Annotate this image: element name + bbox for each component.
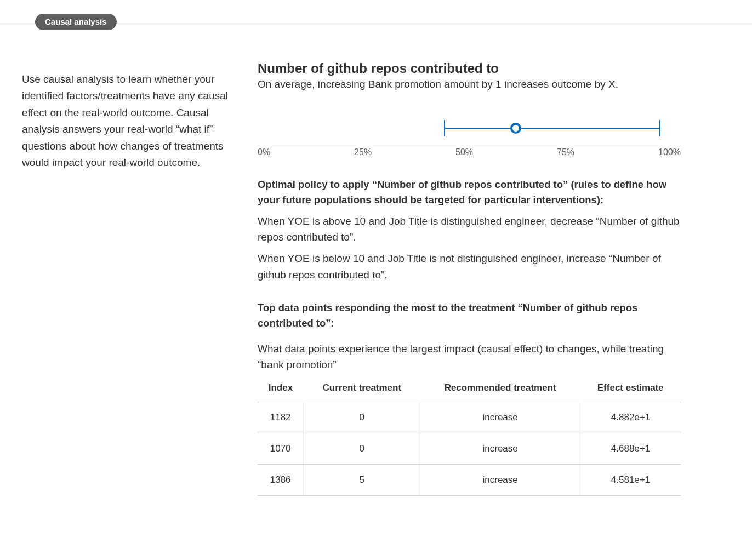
axis-tick: 75% xyxy=(557,147,574,157)
table-cell: 4.882e+1 xyxy=(580,402,681,433)
ci-whisker-high xyxy=(659,120,660,136)
col-effect-estimate: Effect estimate xyxy=(580,378,681,402)
table-cell: 1386 xyxy=(258,464,304,495)
ci-bar xyxy=(444,128,660,129)
table-row: 13865increase4.581e+1 xyxy=(258,464,681,495)
table-cell: increase xyxy=(420,433,580,464)
axis-tick: 25% xyxy=(354,147,372,157)
axis-tick: 50% xyxy=(455,147,473,157)
header-divider: Causal analysis xyxy=(0,22,752,22)
table-cell: 4.581e+1 xyxy=(580,464,681,495)
top-points-table: Index Current treatment Recommended trea… xyxy=(258,378,681,496)
col-current-treatment: Current treatment xyxy=(304,378,420,402)
table-cell: 0 xyxy=(304,402,420,433)
metric-title: Number of github repos contributed to xyxy=(258,61,681,76)
table-cell: 4.688e+1 xyxy=(580,433,681,464)
intro-paragraph: Use causal analysis to learn whether you… xyxy=(22,71,236,171)
right-column: Number of github repos contributed to On… xyxy=(258,61,730,496)
table-cell: 1070 xyxy=(258,433,304,464)
axis-tick: 0% xyxy=(258,147,270,157)
ci-point-estimate xyxy=(510,123,521,134)
table-row: 11820increase4.882e+1 xyxy=(258,402,681,433)
left-column: Use causal analysis to learn whether you… xyxy=(22,61,236,496)
col-recommended-treatment: Recommended treatment xyxy=(420,378,580,402)
page-root: Causal analysis Use causal analysis to l… xyxy=(0,0,752,560)
table-cell: 0 xyxy=(304,433,420,464)
table-row: 10700increase4.688e+1 xyxy=(258,433,681,464)
policy-heading: Optimal policy to apply “Number of githu… xyxy=(258,177,681,208)
col-index: Index xyxy=(258,378,304,402)
metric-subtitle: On average, increasing Bank promotion am… xyxy=(258,78,681,90)
axis-tick: 100% xyxy=(658,147,681,157)
policy-rule-2: When YOE is below 10 and Job Title is no… xyxy=(258,250,681,283)
confidence-interval-plot xyxy=(258,112,681,145)
table-cell: 5 xyxy=(304,464,420,495)
top-points-heading: Top data points responding the most to t… xyxy=(258,300,681,331)
policy-rule-1: When YOE is above 10 and Job Title is di… xyxy=(258,213,681,245)
table-cell: 1182 xyxy=(258,402,304,433)
table-cell: increase xyxy=(420,402,580,433)
table-header-row: Index Current treatment Recommended trea… xyxy=(258,378,681,402)
section-pill: Causal analysis xyxy=(35,14,117,30)
top-points-intro: What data points experience the largest … xyxy=(258,341,681,373)
axis-labels: 0% 25% 50% 75% 100% xyxy=(258,147,681,157)
table-cell: increase xyxy=(420,464,580,495)
content-area: Use causal analysis to learn whether you… xyxy=(0,22,752,496)
